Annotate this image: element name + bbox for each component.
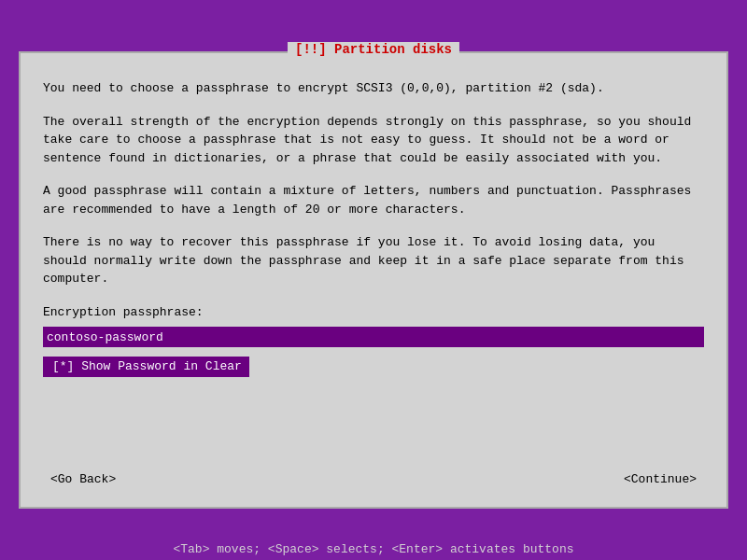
paragraph1: You need to choose a passphrase to encry… [43, 79, 704, 98]
show-password-label: [*] Show Password in Clear [52, 357, 242, 376]
paragraph3: A good passphrase will contain a mixture… [43, 182, 704, 218]
continue-button[interactable]: <Continue> [616, 470, 704, 488]
passphrase-label: Encryption passphrase: [43, 303, 704, 322]
dialog-box: [!!] Partition disks You need to choose … [19, 51, 728, 509]
status-bar: <Tab> moves; <Space> selects; <Enter> ac… [0, 539, 747, 560]
go-back-button[interactable]: <Go Back> [43, 470, 123, 488]
paragraph4: There is no way to recover this passphra… [43, 233, 704, 288]
passphrase-input-row [43, 327, 704, 347]
paragraph2: The overall strength of the encryption d… [43, 113, 704, 168]
show-password-checkbox[interactable]: [*] Show Password in Clear [43, 357, 249, 377]
dialog-title: [!!] Partition disks [288, 42, 459, 57]
passphrase-input[interactable] [43, 327, 704, 347]
button-row: <Go Back> <Continue> [21, 470, 726, 507]
content-area: You need to choose a passphrase to encry… [21, 53, 726, 470]
